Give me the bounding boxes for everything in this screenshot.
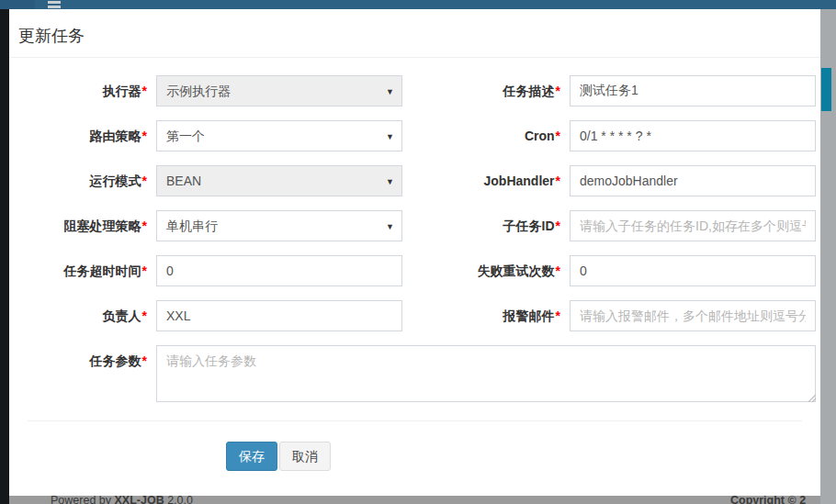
- cron-input[interactable]: [570, 120, 816, 151]
- timeout-input[interactable]: [156, 255, 402, 286]
- chevron-down-icon: ▼: [386, 221, 394, 232]
- top-navbar: [0, 0, 836, 9]
- executor-label: 执行器*: [9, 75, 147, 106]
- save-button[interactable]: 保存: [226, 442, 277, 471]
- alarm-email-input[interactable]: [570, 300, 816, 331]
- fail-retry-input[interactable]: [570, 255, 816, 286]
- job-desc-label: 任务描述*: [423, 75, 560, 106]
- scrollbar-thumb[interactable]: [821, 68, 831, 111]
- executor-select: 示例执行器 ▼: [156, 75, 402, 106]
- jobhandler-input[interactable]: [570, 165, 816, 196]
- chevron-down-icon: ▼: [386, 86, 394, 97]
- modal-title: 更新任务: [18, 25, 85, 47]
- chevron-down-icon: ▼: [386, 176, 394, 187]
- author-label: 负责人*: [9, 300, 147, 331]
- chevron-down-icon: ▼: [386, 131, 394, 142]
- hamburger-icon[interactable]: [48, 0, 61, 9]
- cancel-button[interactable]: 取消: [279, 442, 331, 471]
- form-divider: [28, 420, 802, 421]
- route-strategy-select[interactable]: 第一个 ▼: [156, 120, 402, 151]
- cron-label: Cron*: [423, 120, 560, 151]
- child-jobid-input[interactable]: [570, 210, 816, 241]
- glue-type-label: 运行模式*: [9, 165, 147, 196]
- scrollbar-track[interactable]: [820, 9, 836, 504]
- sidebar-edge: [0, 9, 9, 504]
- child-jobid-label: 子任务ID*: [423, 210, 560, 241]
- jobhandler-label: JobHandler*: [423, 165, 560, 196]
- route-strategy-label: 路由策略*: [9, 120, 147, 151]
- job-param-textarea[interactable]: [156, 345, 816, 402]
- update-task-modal: 更新任务 执行器* 示例执行器 ▼ 任务描述* 路由策略* 第一个 ▼ Cron…: [9, 9, 820, 496]
- title-divider: [9, 57, 820, 58]
- alarm-email-label: 报警邮件*: [423, 300, 560, 331]
- block-strategy-select[interactable]: 单机串行 ▼: [156, 210, 402, 241]
- navbar-logo-block: [0, 0, 35, 9]
- author-input[interactable]: [156, 300, 402, 331]
- fail-retry-label: 失败重试次数*: [423, 255, 560, 286]
- timeout-label: 任务超时时间*: [9, 255, 147, 286]
- job-desc-input[interactable]: [570, 75, 816, 106]
- job-param-label: 任务参数*: [9, 345, 147, 376]
- block-strategy-label: 阻塞处理策略*: [9, 210, 147, 241]
- glue-type-select: BEAN ▼: [156, 165, 402, 196]
